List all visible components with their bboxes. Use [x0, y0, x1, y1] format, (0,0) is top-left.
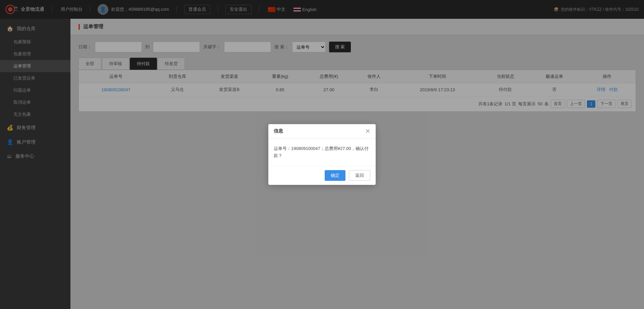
- modal-close-btn[interactable]: ✕: [365, 128, 370, 134]
- modal-cancel-btn[interactable]: 返回: [349, 170, 370, 181]
- modal-header: 信息 ✕: [268, 124, 376, 139]
- confirm-modal: 信息 ✕ 运单号：190809100047；总费用¥27.00，确认付款？ 确定…: [268, 124, 376, 185]
- modal-title: 信息: [274, 128, 283, 134]
- modal-body: 运单号：190809100047；总费用¥27.00，确认付款？: [268, 139, 376, 166]
- modal-overlay[interactable]: 信息 ✕ 运单号：190809100047；总费用¥27.00，确认付款？ 确定…: [0, 0, 644, 309]
- modal-confirm-btn[interactable]: 确定: [325, 170, 345, 181]
- modal-message: 运单号：190809100047；总费用¥27.00，确认付款？: [274, 146, 369, 158]
- modal-footer: 确定 返回: [268, 166, 376, 185]
